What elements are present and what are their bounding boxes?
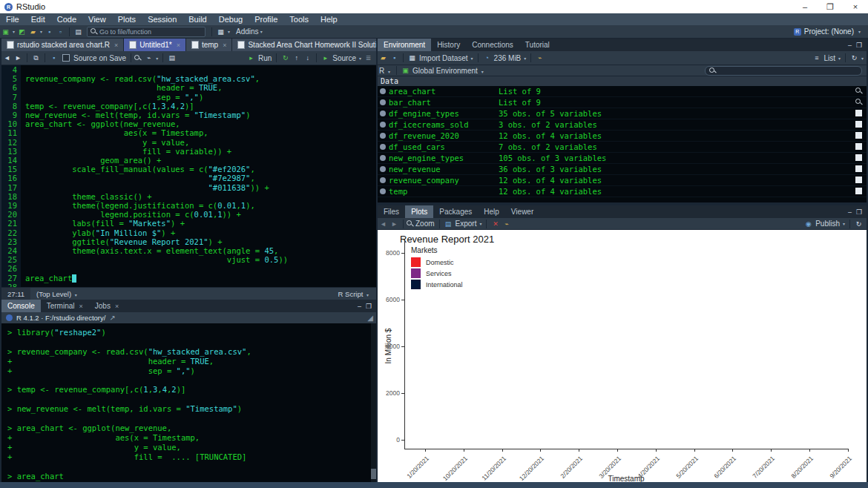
save-doc-icon[interactable]: ▪ [49, 53, 59, 62]
compile-report-icon[interactable]: ▤ [167, 53, 177, 62]
env-refresh-icon[interactable]: ↻ [849, 53, 859, 62]
view-table-icon[interactable] [855, 110, 862, 116]
close-icon[interactable]: × [115, 303, 119, 310]
code-line[interactable]: 6 header = TRUE, [1, 83, 376, 92]
source-button[interactable]: Source [332, 54, 356, 62]
environment-row[interactable]: revenue_company12 obs. of 4 variables [378, 175, 867, 186]
run-down-icon[interactable]: ↓ [303, 53, 312, 62]
goto-file-box[interactable]: Go to file/function [87, 27, 206, 37]
new-project-icon[interactable]: ◩ [17, 27, 27, 36]
code-line[interactable]: 4 [1, 65, 376, 74]
view-table-icon[interactable] [855, 165, 862, 172]
code-line[interactable]: 26 [1, 264, 376, 273]
code-line[interactable]: 15 scale_fill_manual(values = c("#ef2026… [1, 165, 376, 174]
source-tab-rstudio-stacked-area-chart-r[interactable]: rstudio stacked area chart.R× [1, 39, 124, 51]
pane-maximize-icon[interactable]: ❐ [856, 42, 862, 49]
code-line[interactable]: 9new_revenue <- melt(temp, id.vars = "Ti… [1, 111, 376, 119]
console-tab-console[interactable]: Console [1, 300, 41, 312]
environment-row[interactable]: df_revenue_202012 obs. of 4 variables [378, 131, 867, 142]
console-scrollbar[interactable] [371, 323, 376, 482]
run-button[interactable]: Run [258, 54, 272, 62]
source-tab-temp[interactable]: temp× [186, 39, 233, 51]
clear-objects-icon[interactable]: ⌁ [535, 53, 545, 62]
forward-icon[interactable]: ► [13, 53, 23, 62]
global-env-selector[interactable]: Global Environment ▾ [412, 67, 485, 75]
import-dataset-button[interactable]: Import Dataset [419, 54, 468, 62]
open-file-icon[interactable]: ▰ [28, 27, 38, 36]
run-up-icon[interactable]: ↑ [292, 53, 301, 62]
restore-button[interactable]: ❐ [818, 0, 843, 13]
code-line[interactable]: 25 vjust = 0.5)) [1, 255, 376, 264]
new-file-icon[interactable]: ▣ [1, 27, 10, 36]
source-tab-untitled1[interactable]: Untitled1*× [124, 39, 186, 51]
memory-usage[interactable]: 236 MiB [494, 54, 522, 62]
addins-menu[interactable]: Addins [236, 27, 259, 36]
editor[interactable]: 45revenue_company <- read.csv("hw_stacke… [1, 65, 376, 287]
environment-tab-environment[interactable]: Environment [378, 39, 431, 51]
menu-profile[interactable]: Profile [249, 13, 283, 25]
code-line[interactable]: 8temp <- revenue_company[,c(1,3,4,2)] [1, 102, 376, 111]
view-table-icon[interactable] [855, 143, 862, 150]
plots-tab-viewer[interactable]: Viewer [505, 205, 539, 218]
code-line[interactable]: 12 y = value, [1, 138, 376, 147]
pane-maximize-icon[interactable]: ❐ [366, 303, 372, 310]
import-caret[interactable]: ▾ [471, 56, 473, 61]
view-table-icon[interactable] [855, 188, 862, 194]
rerun-icon[interactable]: ↻ [280, 53, 290, 62]
plots-tab-help[interactable]: Help [478, 205, 505, 218]
plots-tab-plots[interactable]: Plots [405, 205, 433, 218]
console-resize-icon[interactable]: ◢ [367, 314, 376, 322]
menu-plots[interactable]: Plots [112, 13, 142, 25]
new-file-caret[interactable]: ▾ [13, 29, 15, 34]
plots-tab-files[interactable]: Files [378, 205, 405, 218]
view-table-icon[interactable] [855, 121, 862, 128]
console-tab-jobs[interactable]: Jobs× [89, 300, 125, 312]
close-icon[interactable]: × [114, 42, 118, 49]
workspace-grid-icon[interactable]: ▦ [216, 27, 226, 36]
environment-tab-tutorial[interactable]: Tutorial [519, 39, 556, 51]
zoom-button[interactable]: Zoom [415, 220, 435, 228]
code-line[interactable]: 10area_chart <- ggplot(new_revenue, [1, 119, 376, 128]
code-line[interactable]: 20 legend.position = c(0.01,1)) + [1, 210, 376, 219]
plot-forward-icon[interactable]: ► [389, 220, 399, 228]
environment-row[interactable]: area_chartList of 9 [378, 86, 867, 97]
inspect-icon[interactable] [855, 99, 862, 105]
console[interactable]: > library("reshape2") > revenue_company … [1, 323, 376, 482]
code-line[interactable]: 28 [1, 283, 376, 287]
code-line[interactable]: 23 ggtitle("Revenue Report 2021") + [1, 237, 376, 246]
export-caret[interactable]: ▾ [479, 221, 481, 226]
environment-row[interactable]: df_used_cars7 obs. of 2 variables [378, 142, 867, 153]
env-save-icon[interactable]: ▪ [389, 53, 399, 62]
pane-minimize-icon[interactable]: – [848, 42, 852, 49]
code-line[interactable]: 19 theme(legend.justification = c(0.01,1… [1, 201, 376, 210]
publish-caret[interactable]: ▾ [843, 221, 845, 226]
open-dir-icon[interactable]: ↗ [109, 314, 115, 322]
save-icon[interactable]: ▪ [45, 27, 54, 36]
export-button[interactable]: Export [456, 220, 477, 228]
environment-row[interactable]: bar_chartList of 9 [378, 97, 867, 108]
close-icon[interactable]: × [79, 303, 83, 310]
menu-build[interactable]: Build [183, 13, 212, 25]
environment-row[interactable]: df_engine_types35 obs. of 5 variables [378, 108, 867, 119]
code-line[interactable]: 5revenue_company <- read.csv("hw_stacked… [1, 74, 376, 83]
wand-icon[interactable]: ⌁ [144, 53, 154, 62]
minimize-button[interactable]: – [792, 0, 818, 13]
code-line[interactable]: 21 labs(fill = "Markets") + [1, 219, 376, 228]
find-icon[interactable] [134, 55, 141, 62]
menu-edit[interactable]: Edit [25, 13, 51, 25]
menu-code[interactable]: Code [51, 13, 82, 25]
environment-tab-history[interactable]: History [431, 39, 466, 51]
code-line[interactable]: 18 theme_classic() + [1, 192, 376, 201]
menu-tools[interactable]: Tools [283, 13, 315, 25]
code-line[interactable]: 13 fill = variable)) + [1, 147, 376, 156]
open-file-caret[interactable]: ▾ [40, 29, 42, 34]
code-line[interactable]: 17 "#011638")) + [1, 183, 376, 192]
list-view-button[interactable]: List [823, 54, 835, 62]
remove-plot-icon[interactable]: ✕ [490, 220, 500, 228]
environment-row[interactable]: df_icecreams_sold3 obs. of 2 variables [378, 119, 867, 131]
source-caret[interactable]: ▾ [359, 56, 361, 61]
project-menu[interactable]: R Project: (None) ▾ [794, 27, 862, 36]
menu-session[interactable]: Session [142, 13, 183, 25]
save-all-icon[interactable]: ▫ [56, 27, 65, 36]
pane-minimize-icon[interactable]: – [848, 208, 852, 216]
